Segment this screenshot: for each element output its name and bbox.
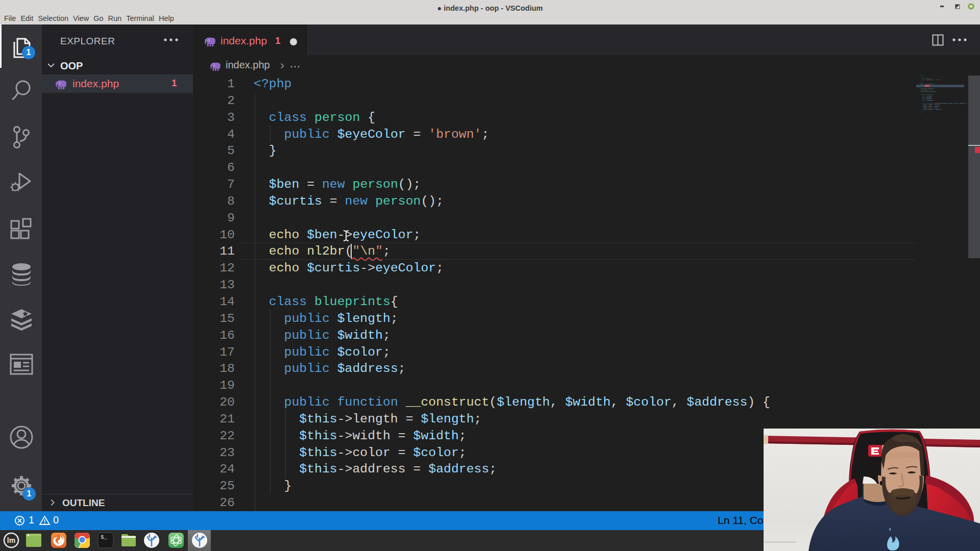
svg-text:lm: lm xyxy=(7,536,15,544)
svg-text:$_: $_ xyxy=(101,534,108,540)
